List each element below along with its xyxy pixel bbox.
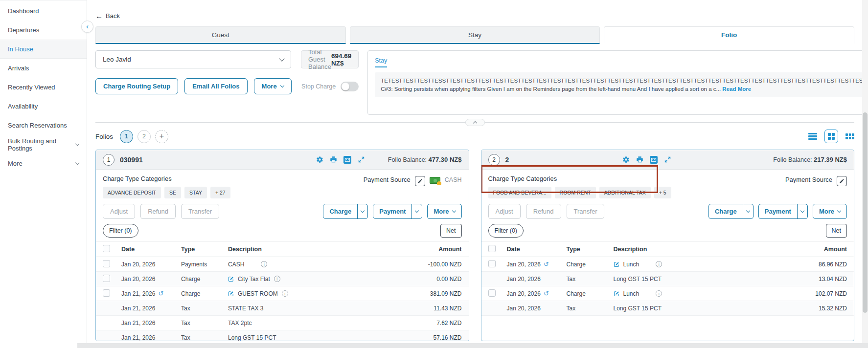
folio-actions-row: Adjust Refund Transfer Charge Payment: [96, 203, 469, 219]
filter-row: Filter (0) Net: [481, 219, 854, 241]
info-icon[interactable]: [282, 290, 288, 297]
back-label: Back: [106, 12, 120, 20]
folio-tab-1[interactable]: 1: [120, 130, 133, 143]
row-checkbox[interactable]: [103, 275, 110, 282]
select-all-checkbox[interactable]: [488, 245, 496, 252]
refund-button[interactable]: Refund: [140, 204, 176, 219]
read-more-link[interactable]: Read More: [722, 86, 751, 92]
info-icon[interactable]: [274, 276, 280, 282]
mail-icon[interactable]: [650, 156, 658, 164]
expand-icon[interactable]: [358, 156, 365, 163]
scrollbar-thumb[interactable]: [863, 112, 868, 313]
sidebar-item-search-reservations[interactable]: Search Reservations: [0, 116, 87, 135]
sidebar-item-departures[interactable]: Departures: [0, 21, 87, 40]
tab-stay[interactable]: Stay: [350, 26, 600, 44]
collapse-sidebar-button[interactable]: ‹: [81, 21, 93, 33]
mail-icon[interactable]: [343, 156, 351, 164]
add-folio-button[interactable]: +: [155, 130, 168, 143]
charge-type-categories: Charge Type Categories FOOD AND BEVERA..…: [488, 175, 671, 198]
info-icon[interactable]: [261, 261, 267, 267]
folio-card-header: 2 2 Folio Balance: 217.39 NZ$: [481, 150, 854, 170]
charge-caret-button[interactable]: [743, 204, 753, 218]
net-button[interactable]: Net: [440, 224, 461, 238]
payment-button[interactable]: Payment: [759, 204, 797, 218]
charge-split-button: Charge: [708, 204, 754, 219]
category-chip[interactable]: + 27: [210, 187, 230, 198]
table-header: Date Type Description Amount: [96, 241, 469, 257]
printer-icon[interactable]: [330, 156, 337, 163]
folios-bar: Folios 1 2 +: [95, 130, 854, 143]
charge-caret-button[interactable]: [357, 204, 367, 218]
info-icon[interactable]: [656, 261, 662, 267]
net-button[interactable]: Net: [826, 224, 847, 238]
edit-icon[interactable]: [228, 291, 234, 297]
collapse-section-button[interactable]: [465, 119, 485, 126]
gear-icon[interactable]: [622, 156, 630, 163]
sidebar-item-dashboard[interactable]: Dashboard: [0, 1, 87, 21]
payment-caret-button[interactable]: [411, 204, 422, 218]
category-chip[interactable]: + 5: [654, 187, 671, 198]
charge-button[interactable]: Charge: [709, 204, 743, 218]
guest-select[interactable]: Leo Javid: [95, 50, 291, 68]
stay-panel-tab[interactable]: Stay: [375, 57, 387, 67]
stay-note-line2: C#3: Sorting persists when applying filt…: [381, 86, 721, 92]
sidebar-item-in-house[interactable]: In House: [0, 40, 87, 59]
sidebar-item-recently-viewed[interactable]: Recently Viewed: [0, 78, 87, 97]
filter-button[interactable]: Filter (0): [488, 224, 524, 238]
horizontal-scrollbar[interactable]: [77, 343, 868, 348]
adjust-button[interactable]: Adjust: [488, 204, 521, 219]
edit-payment-source-button[interactable]: [837, 176, 847, 186]
row-date: Jan 20, 2026: [507, 261, 541, 268]
edit-payment-source-button[interactable]: [415, 176, 425, 186]
grid-3-view-button[interactable]: [845, 133, 854, 139]
row-checkbox[interactable]: [103, 289, 110, 297]
sidebar-item-more[interactable]: More: [0, 154, 87, 173]
folio-tab-2[interactable]: 2: [137, 130, 151, 143]
row-checkbox[interactable]: [488, 289, 496, 297]
stop-charge-toggle[interactable]: [341, 82, 359, 91]
charge-button[interactable]: Charge: [323, 204, 357, 218]
chevron-down-icon: [452, 209, 456, 213]
row-description: TAX 2ptc: [228, 320, 251, 326]
edit-icon[interactable]: [614, 291, 619, 297]
row-checkbox[interactable]: [103, 260, 110, 267]
folio-card-2: 2 2 Folio Balance: 217.39 NZ$: [481, 150, 855, 341]
adjust-button[interactable]: Adjust: [103, 204, 135, 219]
category-chip: SE: [164, 187, 181, 198]
tab-guest[interactable]: Guest: [95, 26, 346, 44]
grid-2-view-button[interactable]: [824, 130, 838, 143]
sidebar-item-availability[interactable]: Availability: [0, 97, 87, 116]
category-chip: ADDITIONAL TAX: [599, 187, 651, 198]
edit-icon[interactable]: [228, 276, 234, 282]
list-view-button[interactable]: [808, 133, 817, 140]
more-button[interactable]: More: [254, 78, 292, 94]
more-actions-button[interactable]: More: [427, 204, 461, 219]
tab-folio[interactable]: Folio: [604, 26, 854, 44]
expand-icon[interactable]: [664, 156, 671, 163]
filter-button[interactable]: Filter (0): [103, 224, 138, 238]
payment-caret-button[interactable]: [797, 204, 807, 218]
vertical-scrollbar[interactable]: [862, 0, 868, 343]
row-description: Long GST 15 PCT: [228, 334, 276, 341]
transfer-button[interactable]: Transfer: [567, 204, 605, 219]
transfer-button[interactable]: Transfer: [181, 204, 219, 219]
section-divider: [95, 122, 854, 123]
more-actions-button[interactable]: More: [813, 204, 847, 219]
back-button[interactable]: ← Back: [95, 12, 130, 20]
sidebar-item-arrivals[interactable]: Arrivals: [0, 59, 87, 78]
row-amount: 7.62 NZD: [398, 320, 462, 326]
gear-icon[interactable]: [316, 156, 323, 163]
info-icon[interactable]: [656, 290, 662, 297]
refund-button[interactable]: Refund: [526, 204, 561, 219]
row-type: Payments: [181, 261, 228, 268]
select-all-checkbox[interactable]: [103, 245, 110, 252]
edit-icon[interactable]: [614, 261, 619, 267]
printer-icon[interactable]: [636, 156, 643, 163]
sidebar-item-bulk-routing-and-postings[interactable]: Bulk Routing and Postings: [0, 135, 87, 154]
charge-routing-setup-button[interactable]: Charge Routing Setup: [95, 78, 178, 94]
email-all-folios-button[interactable]: Email All Folios: [184, 78, 247, 94]
table-header: Date Type Description Amount: [481, 241, 854, 257]
payment-button[interactable]: Payment: [373, 204, 411, 218]
row-checkbox[interactable]: [488, 260, 496, 267]
payment-source-label: Payment Source: [785, 176, 832, 183]
